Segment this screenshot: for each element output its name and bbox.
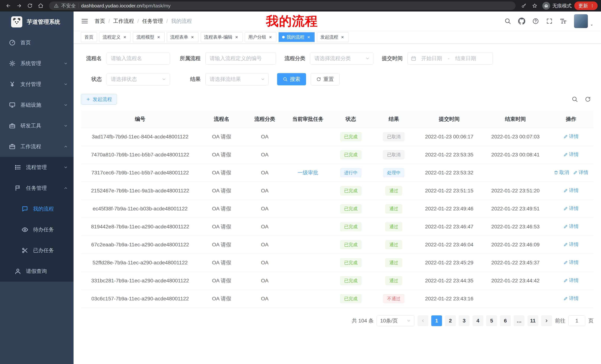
fullscreen-icon[interactable] [546, 18, 553, 25]
create-process-button[interactable]: 发起流程 [81, 94, 117, 105]
chevron-down-icon [365, 56, 370, 61]
close-icon[interactable]: × [190, 35, 195, 39]
search-toggle-icon[interactable] [572, 96, 578, 102]
sidebar-item-task-mgmt[interactable]: 任务管理 [0, 178, 74, 199]
tab-start-process[interactable]: 发起流程× [317, 32, 348, 42]
close-icon[interactable]: × [306, 35, 311, 39]
sidebar-item-leave-query[interactable]: 请假查询 [0, 261, 74, 282]
cell-id: 67c2eaab-7b9a-11ec-a290-acde48001122 [81, 236, 199, 254]
page-button[interactable]: 5 [486, 315, 497, 326]
next-page-button[interactable] [541, 315, 552, 326]
cell-category: OA [244, 254, 285, 272]
search-button[interactable]: 搜索 [277, 73, 306, 85]
page-button[interactable]: 1 [431, 315, 442, 326]
update-button[interactable]: 更新 [574, 1, 598, 10]
page-button[interactable]: 6 [500, 315, 511, 326]
cell-end-time: 2022-01-23 00:08:41 [482, 146, 549, 164]
incognito-badge[interactable]: 无痕模式 [542, 2, 572, 10]
page-button[interactable]: 4 [472, 315, 483, 326]
detail-link[interactable]: 详情 [563, 241, 579, 248]
detail-link[interactable]: 详情 [573, 169, 588, 176]
chevron-down-icon [407, 318, 411, 323]
reset-button[interactable]: 重置 [311, 73, 340, 85]
user-menu[interactable] [574, 14, 594, 28]
process-name-input[interactable] [107, 52, 170, 65]
tab-process-model[interactable]: 流程模型× [133, 32, 165, 42]
breadcrumb-item[interactable]: 首页 [95, 18, 105, 25]
status-select[interactable] [107, 73, 170, 85]
close-icon[interactable]: × [122, 35, 127, 39]
reload-icon[interactable] [25, 1, 35, 11]
sidebar-item-workflow[interactable]: 工作流程 [0, 136, 74, 157]
cell-category: OA [244, 128, 285, 146]
refresh-icon[interactable] [585, 96, 591, 102]
tab-process-definition[interactable]: 流程定义× [99, 32, 131, 42]
sidebar-item-my-process[interactable]: 我的流程 [0, 199, 74, 219]
date-range-picker[interactable]: - [408, 52, 493, 65]
page-button[interactable]: 2 [445, 315, 456, 326]
start-date-input[interactable] [418, 56, 446, 61]
app-logo[interactable]: 芋道管理系统 [0, 11, 74, 32]
detail-link[interactable]: 详情 [563, 259, 579, 266]
close-icon[interactable]: × [268, 35, 273, 39]
table-row: 7470a810-7b9b-11ec-b5b7-acde48001122 OA … [81, 146, 594, 164]
back-icon[interactable] [3, 1, 13, 11]
prev-page-button[interactable] [418, 315, 428, 326]
help-icon[interactable] [532, 18, 539, 25]
detail-link[interactable]: 详情 [563, 205, 579, 212]
more-pages-button[interactable]: … [514, 315, 524, 326]
result-select[interactable] [205, 73, 269, 85]
tab-my-process[interactable]: 我的流程× [279, 32, 315, 42]
sidebar-item-todo-tasks[interactable]: 待办任务 [0, 219, 74, 240]
cell-actions: 详情 [549, 236, 594, 254]
close-icon[interactable]: × [156, 35, 161, 39]
sidebar-item-payment[interactable]: 支付管理 [0, 74, 74, 95]
bookmark-star-icon[interactable] [530, 1, 540, 11]
detail-link[interactable]: 详情 [563, 223, 579, 230]
font-size-icon[interactable] [560, 18, 567, 25]
status-badge: 已完成 [340, 258, 361, 267]
sidebar-item-process-mgmt[interactable]: 流程管理 [0, 157, 74, 178]
gear-icon [9, 60, 16, 67]
tool-icon [9, 123, 16, 129]
tab-home[interactable]: 首页 [81, 32, 97, 42]
cancel-link[interactable]: 取消 [554, 169, 569, 176]
page-button[interactable]: 3 [459, 315, 470, 326]
col-end-time: 结束时间 [482, 111, 549, 128]
address-bar[interactable]: 不安全 dashboard.yudao.iocoder.cn/bpm/task/… [49, 1, 516, 10]
password-key-icon[interactable] [519, 1, 529, 11]
process-definition-input[interactable] [205, 52, 276, 65]
task-link[interactable]: 一级审批 [298, 170, 318, 175]
sidebar-item-home[interactable]: 首页 [0, 32, 74, 53]
detail-link[interactable]: 详情 [563, 187, 579, 194]
close-icon[interactable]: × [234, 35, 239, 39]
github-icon[interactable] [518, 18, 525, 25]
sidebar-toggle-icon[interactable] [81, 18, 88, 25]
page-button[interactable]: 11 [527, 315, 538, 326]
end-date-input[interactable] [452, 56, 480, 61]
breadcrumb-item[interactable]: 工作流程 [105, 18, 134, 25]
top-navbar: 首页 工作流程 任务管理 我的流程 我的流程 [74, 11, 601, 31]
table-row: 819442e8-7b9a-11ec-a290-acde48001122 OA … [81, 218, 594, 236]
detail-link[interactable]: 详情 [563, 133, 579, 140]
close-icon[interactable]: × [340, 35, 345, 39]
forward-icon[interactable] [14, 1, 24, 11]
search-icon[interactable] [504, 18, 511, 25]
sidebar-item-system[interactable]: 系统管理 [0, 53, 74, 74]
detail-link[interactable]: 详情 [563, 277, 579, 284]
sidebar-item-infrastructure[interactable]: 基础设施 [0, 95, 74, 115]
sidebar-item-done-tasks[interactable]: 已办任务 [0, 240, 74, 261]
home-icon[interactable] [36, 1, 46, 11]
cell-submit-time: 2022-01-22 23:45:29 [416, 254, 482, 272]
goto-page-input[interactable] [568, 315, 585, 326]
detail-link[interactable]: 详情 [563, 295, 579, 302]
detail-link[interactable]: 详情 [563, 151, 579, 158]
tab-process-form-edit[interactable]: 流程表单-编辑× [200, 32, 242, 42]
tab-user-group[interactable]: 用户分组× [245, 32, 276, 42]
breadcrumb-item[interactable]: 任务管理 [134, 18, 163, 25]
col-name: 流程名 [199, 111, 244, 128]
tab-process-form[interactable]: 流程表单× [167, 32, 198, 42]
page-size-select[interactable]: 10条/页 [377, 315, 415, 326]
category-select[interactable] [310, 52, 373, 65]
sidebar-item-devtools[interactable]: 研发工具 [0, 115, 74, 136]
